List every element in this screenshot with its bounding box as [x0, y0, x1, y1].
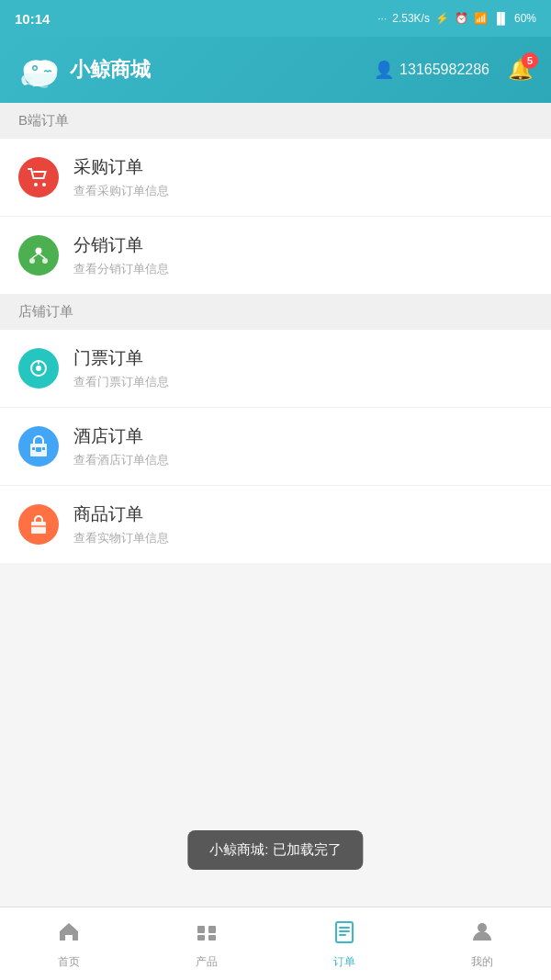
nav-product[interactable]: 产品 — [138, 918, 276, 970]
hotel-order-icon — [18, 426, 59, 467]
ticket-order-text: 门票订单 查看门票订单信息 — [73, 346, 169, 390]
distribution-order-text: 分销订单 查看分销订单信息 — [73, 233, 169, 277]
toast-message: 小鲸商城: 已加载完了 — [187, 830, 363, 870]
section-header-b-orders: B端订单 — [0, 103, 551, 139]
battery: 60% — [514, 12, 536, 25]
distribution-order-subtitle: 查看分销订单信息 — [73, 261, 169, 277]
app-name: 小鲸商城 — [70, 56, 151, 84]
status-bar: 10:14 ··· 2.53K/s ⚡ ⏰ 📶 ▐▌ 60% — [0, 0, 551, 37]
distribution-order-icon — [18, 235, 59, 276]
svg-rect-14 — [36, 447, 41, 452]
ticket-order-subtitle: 查看门票订单信息 — [73, 374, 169, 390]
phone-number: 13165982286 — [399, 62, 489, 78]
svg-rect-15 — [32, 447, 35, 450]
goods-order-icon — [18, 504, 59, 545]
status-right: ··· 2.53K/s ⚡ ⏰ 📶 ▐▌ 60% — [377, 12, 536, 25]
bluetooth-icon: ⚡ — [435, 12, 449, 25]
hotel-order-item[interactable]: 酒店订单 查看酒店订单信息 — [0, 408, 551, 486]
nav-home[interactable]: 首页 — [0, 918, 138, 970]
goods-order-text: 商品订单 查看实物订单信息 — [73, 502, 169, 546]
goods-order-subtitle: 查看实物订单信息 — [73, 530, 169, 546]
svg-point-3 — [34, 183, 38, 186]
svg-rect-16 — [42, 447, 45, 450]
header-right: 👤 13165982286 🔔 5 — [374, 58, 533, 82]
notification-bell[interactable]: 🔔 5 — [508, 58, 533, 82]
logo-area: 小鲸商城 — [18, 50, 151, 90]
bottom-nav: 首页 产品 订单 — [0, 907, 551, 980]
section-header-store-orders: 店铺订单 — [0, 294, 551, 330]
purchase-order-text: 采购订单 查看采购订单信息 — [73, 155, 169, 199]
svg-rect-20 — [208, 926, 216, 933]
ticket-order-icon — [18, 348, 59, 389]
svg-point-2 — [34, 67, 37, 70]
person-icon: 👤 — [374, 60, 394, 80]
signal-bars: ▐▌ — [493, 12, 509, 25]
b-orders-list: 采购订单 查看采购订单信息 分销订单 查看分销订单信息 — [0, 139, 551, 294]
nav-order[interactable]: 订单 — [276, 918, 413, 970]
nav-product-label: 产品 — [196, 954, 218, 970]
user-phone-area[interactable]: 👤 13165982286 — [374, 60, 489, 80]
purchase-order-icon — [18, 157, 59, 197]
ticket-order-item[interactable]: 门票订单 查看门票订单信息 — [0, 330, 551, 408]
svg-rect-21 — [197, 935, 205, 941]
svg-line-9 — [39, 253, 45, 258]
signal-indicator: ··· — [377, 12, 387, 25]
home-icon — [56, 918, 82, 951]
purchase-order-subtitle: 查看采购订单信息 — [73, 183, 169, 199]
nav-mine[interactable]: 我的 — [413, 918, 551, 970]
wifi-icon: 📶 — [474, 12, 488, 25]
svg-point-5 — [36, 248, 42, 254]
goods-order-title: 商品订单 — [73, 502, 169, 526]
hotel-order-subtitle: 查看酒店订单信息 — [73, 452, 169, 468]
svg-point-27 — [478, 923, 487, 932]
nav-home-label: 首页 — [58, 954, 80, 970]
svg-point-7 — [42, 258, 48, 264]
alarm-icon: ⏰ — [455, 12, 468, 25]
status-time: 10:14 — [15, 11, 50, 27]
network-speed: 2.53K/s — [392, 12, 430, 25]
whale-logo-icon — [18, 50, 62, 90]
svg-rect-17 — [31, 522, 46, 534]
svg-point-11 — [36, 366, 41, 371]
svg-line-8 — [32, 253, 39, 258]
nav-order-label: 订单 — [333, 954, 355, 970]
goods-order-item[interactable]: 商品订单 查看实物订单信息 — [0, 486, 551, 563]
content-area: B端订单 采购订单 查看采购订单信息 — [0, 103, 551, 636]
hotel-order-title: 酒店订单 — [73, 424, 169, 448]
distribution-order-item[interactable]: 分销订单 查看分销订单信息 — [0, 217, 551, 294]
svg-rect-22 — [208, 935, 216, 941]
svg-point-4 — [42, 183, 46, 186]
distribution-order-title: 分销订单 — [73, 233, 169, 257]
app-header: 小鲸商城 👤 13165982286 🔔 5 — [0, 37, 551, 103]
hotel-order-text: 酒店订单 查看酒店订单信息 — [73, 424, 169, 468]
order-icon — [332, 918, 357, 951]
purchase-order-item[interactable]: 采购订单 查看采购订单信息 — [0, 139, 551, 217]
svg-rect-19 — [197, 926, 205, 933]
purchase-order-title: 采购订单 — [73, 155, 169, 179]
notification-badge: 5 — [522, 52, 538, 69]
product-icon — [194, 918, 219, 951]
store-orders-list: 门票订单 查看门票订单信息 酒店订单 查看酒店订单信息 — [0, 330, 551, 563]
svg-point-6 — [29, 258, 35, 264]
mine-icon — [469, 918, 495, 951]
ticket-order-title: 门票订单 — [73, 346, 169, 370]
nav-mine-label: 我的 — [471, 954, 493, 970]
